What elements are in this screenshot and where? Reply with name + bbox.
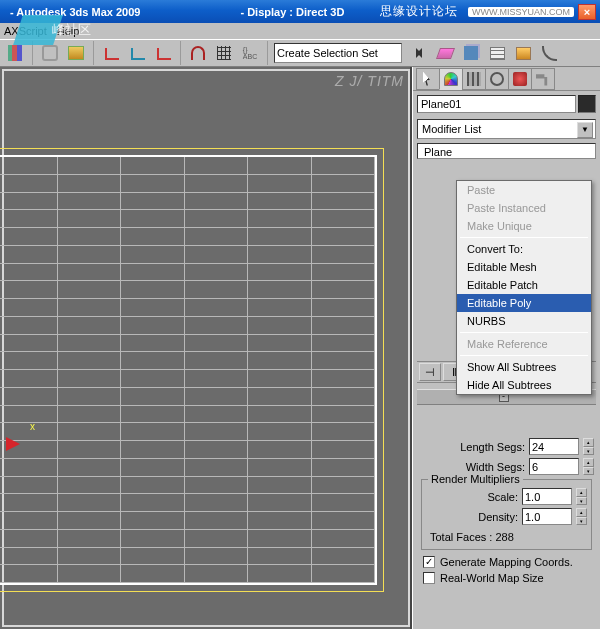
tab-hierarchy[interactable] <box>462 68 486 90</box>
ctx-editable-patch[interactable]: Editable Patch <box>457 276 591 294</box>
pin-stack-icon[interactable]: ⊣ <box>419 363 441 381</box>
undo-icon[interactable] <box>4 42 26 64</box>
density-label: Density: <box>478 511 518 523</box>
density-spinner[interactable]: ▴▾ <box>576 508 587 525</box>
ctx-show-all-subtrees[interactable]: Show All Subtrees <box>457 358 591 376</box>
ctx-paste-instanced[interactable]: Paste Instanced <box>457 199 591 217</box>
ctx-paste[interactable]: Paste <box>457 181 591 199</box>
ctx-hide-all-subtrees[interactable]: Hide All Subtrees <box>457 376 591 394</box>
total-faces-label: Total Faces : 288 <box>426 528 587 546</box>
layers-icon[interactable] <box>512 42 534 64</box>
modifier-list-dropdown[interactable]: Modifier List <box>417 119 596 139</box>
length-segs-label: Length Segs: <box>460 441 525 453</box>
gizmo-x-label: x <box>30 421 35 432</box>
generate-mapping-label: Generate Mapping Coords. <box>440 556 573 568</box>
width-segs-label: Width Segs: <box>466 461 525 473</box>
window-titlebar: - Autodesk 3ds Max 2009 - Display : Dire… <box>0 0 600 23</box>
spinner-snap-icon[interactable] <box>152 42 174 64</box>
command-panel-tabs <box>413 67 600 91</box>
ctx-separator <box>460 332 588 333</box>
ctx-nurbs[interactable]: NURBS <box>457 312 591 330</box>
unlink-icon[interactable] <box>65 42 87 64</box>
scale-spinner[interactable]: ▴▾ <box>576 488 587 505</box>
tab-display[interactable] <box>508 68 532 90</box>
ctx-separator <box>460 355 588 356</box>
mirror-icon[interactable] <box>408 42 430 64</box>
scale-label: Scale: <box>487 491 518 503</box>
forum-label: 思缘设计论坛 <box>380 3 458 20</box>
tab-motion[interactable] <box>485 68 509 90</box>
grid-icon[interactable] <box>213 42 235 64</box>
modifier-stack-item[interactable]: Plane <box>417 143 596 159</box>
ctx-make-unique[interactable]: Make Unique <box>457 217 591 235</box>
menubar: AXScript Help <box>0 23 600 39</box>
menu-help[interactable]: Help <box>57 25 80 37</box>
named-icon[interactable]: {}ABC <box>239 42 261 64</box>
object-name-field[interactable] <box>417 95 576 113</box>
render-multipliers-group: Render Multipliers Scale: ▴▾ Density: ▴▾… <box>421 479 592 550</box>
length-segs-spinner[interactable]: ▴▾ <box>583 438 594 455</box>
plane-object[interactable] <box>0 155 377 585</box>
density-field[interactable] <box>522 508 572 525</box>
tab-modify[interactable] <box>439 68 463 90</box>
tab-create[interactable] <box>416 68 440 90</box>
tab-utilities[interactable] <box>531 68 555 90</box>
align-icon[interactable] <box>460 42 482 64</box>
scale-field[interactable] <box>522 488 572 505</box>
close-button[interactable]: × <box>578 4 596 20</box>
real-world-checkbox[interactable] <box>423 572 435 584</box>
percent-snap-icon[interactable] <box>126 42 148 64</box>
angle-snap-icon[interactable] <box>100 42 122 64</box>
width-segs-spinner[interactable]: ▴▾ <box>583 458 594 475</box>
ctx-editable-poly[interactable]: Editable Poly <box>457 294 591 312</box>
generate-mapping-checkbox[interactable]: ✓ <box>423 556 435 568</box>
width-segs-field[interactable] <box>529 458 579 475</box>
ctx-separator <box>460 237 588 238</box>
eraser-icon[interactable] <box>434 42 456 64</box>
url-badge: WWW.MISSYUAN.COM <box>468 7 574 17</box>
magnet-icon[interactable] <box>187 42 209 64</box>
ctx-make-reference[interactable]: Make Reference <box>457 335 591 353</box>
parameters-rollout: Length Segs: ▴▾ Width Segs: ▴▾ Render Mu… <box>413 405 600 592</box>
ctx-editable-mesh[interactable]: Editable Mesh <box>457 258 591 276</box>
selection-set-dropdown[interactable] <box>274 43 402 63</box>
display-mode: - Display : Direct 3D <box>240 6 344 18</box>
ctx-convert-to: Convert To: <box>457 240 591 258</box>
schematic-icon[interactable] <box>486 42 508 64</box>
modifier-context-menu: Paste Paste Instanced Make Unique Conver… <box>456 180 592 395</box>
real-world-label: Real-World Map Size <box>440 572 544 584</box>
viewport-watermark: Z J/ TITM <box>335 73 404 89</box>
app-title: - Autodesk 3ds Max 2009 <box>10 6 140 18</box>
menu-maxscript[interactable]: AXScript <box>4 25 47 37</box>
gizmo-x-axis[interactable] <box>6 437 27 451</box>
length-segs-field[interactable] <box>529 438 579 455</box>
link-icon[interactable] <box>39 42 61 64</box>
main-toolbar: {}ABC <box>0 39 600 67</box>
object-color-swatch[interactable] <box>578 95 596 113</box>
transform-gizmo[interactable]: x <box>6 437 27 451</box>
render-multipliers-legend: Render Multipliers <box>428 473 523 485</box>
viewport[interactable]: Z J/ TITM x <box>0 67 412 629</box>
curve-editor-icon[interactable] <box>538 42 560 64</box>
